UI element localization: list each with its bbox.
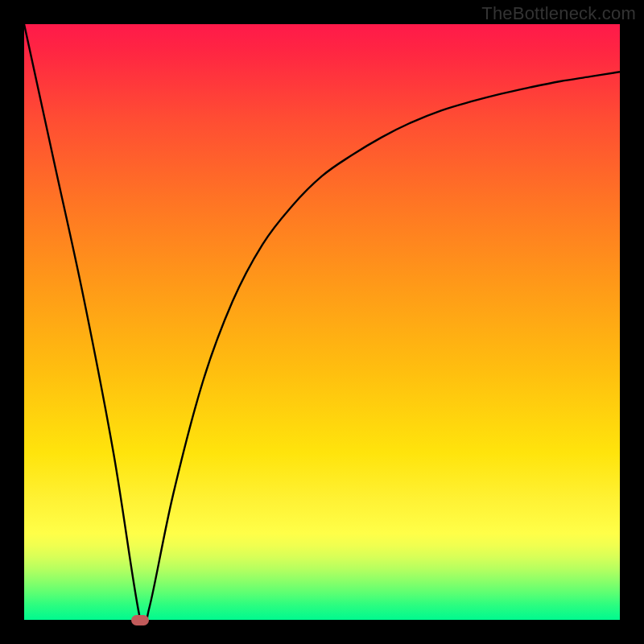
- chart-container: TheBottleneck.com: [0, 0, 644, 644]
- plot-area: [24, 24, 620, 620]
- attribution-text: TheBottleneck.com: [481, 3, 636, 24]
- curve-path: [24, 24, 620, 620]
- bottleneck-curve: [24, 24, 620, 620]
- optimum-marker: [131, 615, 149, 625]
